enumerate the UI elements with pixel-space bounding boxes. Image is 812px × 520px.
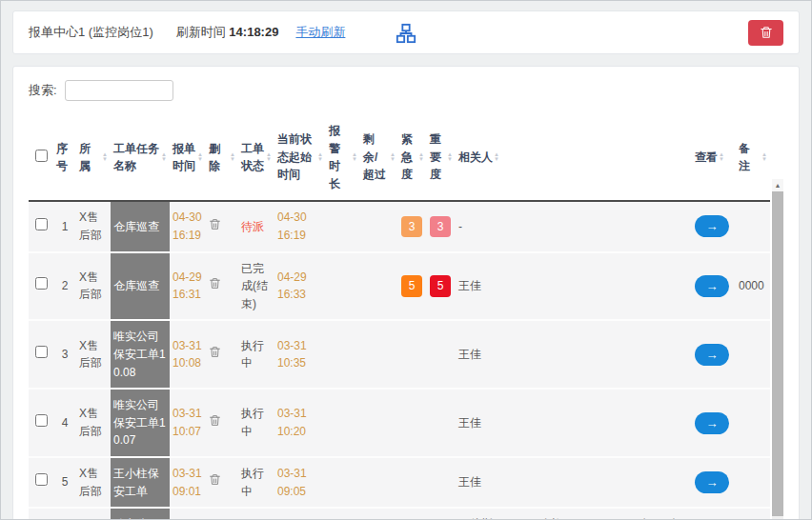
table-header-row: 序号所属▲▼工单任务名称▲▼报单时间▲▼删除▲▼工单状态▲▼当前状态起始时间▲▼… (29, 114, 770, 201)
delete-icon[interactable] (209, 414, 221, 432)
view-button[interactable]: → (695, 412, 729, 434)
sort-icon[interactable]: ▲▼ (352, 152, 357, 162)
manual-refresh-link[interactable]: 手动刷新 (295, 24, 345, 41)
cell-task: 唯实公司保安工单10.08 (111, 320, 170, 389)
table-row: 5X售后部王小柱保安工单03-31 09:01执行中03-31 09:05王佳→ (29, 457, 770, 508)
sitemap-icon[interactable] (396, 23, 416, 48)
col-label: 删除 (209, 140, 229, 175)
cell-select (29, 389, 53, 457)
delete-button[interactable] (748, 20, 783, 46)
cell-status_start: 03-31 10:35 (274, 320, 326, 389)
cell-dept: X售后部 (76, 201, 111, 251)
cell-report_time: 04-29 16:31 (170, 252, 206, 321)
status-text: 执行中 (241, 339, 264, 370)
scroll-up-icon[interactable]: ▲ (772, 179, 783, 191)
delete-icon[interactable] (209, 218, 221, 236)
cell-dept: X售后部 (76, 457, 111, 508)
cell-urgency (398, 320, 427, 389)
scrollbar-thumb[interactable] (772, 191, 783, 516)
cell-dept: X售后部 (76, 508, 111, 520)
cell-del (206, 457, 238, 508)
cell-del (206, 252, 238, 321)
col-header-remark[interactable]: 备注▲▼ (736, 114, 770, 201)
col-label: 报单时间 (173, 140, 196, 175)
search-input[interactable] (65, 80, 173, 101)
cell-overtime (360, 201, 398, 251)
col-header-overtime[interactable]: 剩余/超过▲▼ (360, 114, 398, 201)
col-header-task[interactable]: 工单任务名称▲▼ (111, 114, 170, 201)
row-checkbox[interactable] (35, 473, 48, 486)
cell-status: 执行中 (238, 457, 274, 508)
delete-icon[interactable] (209, 346, 221, 364)
refresh-time-value: 14:18:29 (229, 25, 278, 39)
col-header-alarm[interactable]: 报警时长▲▼ (326, 114, 360, 201)
col-header-status[interactable]: 工单状态▲▼ (238, 114, 274, 201)
sort-icon[interactable]: ▲▼ (761, 152, 767, 162)
delete-icon[interactable] (209, 277, 221, 295)
cell-related: 王佳 (456, 457, 692, 508)
row-checkbox[interactable] (35, 414, 48, 427)
sort-icon[interactable]: ▲▼ (719, 152, 724, 162)
cell-del (206, 320, 238, 389)
row-checkbox[interactable] (35, 218, 48, 230)
col-header-report_time[interactable]: 报单时间▲▼ (170, 114, 206, 201)
sort-icon[interactable]: ▲▼ (390, 152, 396, 162)
sort-icon[interactable]: ▲▼ (418, 152, 424, 162)
cell-report_time: 03-31 09:01 (170, 457, 206, 508)
cell-task: 仓库巡查 (111, 201, 170, 251)
delete-icon[interactable] (209, 473, 221, 491)
col-label: 工单状态 (241, 140, 265, 175)
cell-alarm (326, 201, 360, 251)
cell-seq: 5 (53, 457, 76, 508)
cell-importance (427, 508, 456, 520)
cell-importance (427, 457, 456, 508)
cell-remark (736, 389, 770, 457)
table-row: 6X售后部唯实公司保安工单08.4503-31 08:54待接受03-31 08… (29, 508, 770, 520)
col-header-status_start[interactable]: 当前状态起始时间▲▼ (274, 114, 326, 201)
col-header-select (29, 114, 53, 201)
cell-remark (736, 320, 770, 389)
cell-status: 执行中 (238, 320, 274, 389)
sort-icon[interactable]: ▲▼ (317, 152, 323, 162)
sort-icon[interactable]: ▲▼ (161, 152, 167, 162)
view-button[interactable]: → (695, 275, 729, 297)
cell-related: 王佳 (456, 389, 692, 457)
cell-view: → (692, 508, 736, 520)
search-label: 搜索: (29, 82, 57, 99)
status-text: 待派 (241, 220, 264, 233)
col-label: 序号 (56, 140, 73, 175)
cell-select (29, 201, 53, 251)
cell-remark: 0000 (736, 252, 770, 321)
col-header-del[interactable]: 删除▲▼ (206, 114, 238, 201)
cell-remark (736, 457, 770, 508)
cell-dept: X售后部 (76, 389, 111, 457)
cell-task: 唯实公司保安工单10.07 (111, 389, 170, 457)
table-row: 1X售后部仓库巡查04-30 16:19待派04-30 16:1933-→ (29, 201, 770, 251)
cell-report_time: 04-30 16:19 (170, 201, 206, 251)
view-button[interactable]: → (695, 471, 729, 493)
col-header-view[interactable]: 查看▲▼ (692, 114, 736, 201)
cell-seq: 2 (53, 252, 76, 321)
sort-icon[interactable]: ▲▼ (266, 152, 272, 162)
table-row: 2X售后部仓库巡查04-29 16:31已完成(结束)04-29 16:3355… (29, 252, 770, 321)
row-checkbox[interactable] (35, 346, 48, 358)
view-button[interactable]: → (695, 344, 729, 366)
sort-icon[interactable]: ▲▼ (230, 152, 235, 162)
select-all-checkbox[interactable] (35, 150, 48, 162)
cell-overtime (360, 389, 398, 457)
view-button[interactable]: → (695, 215, 729, 237)
col-header-urgency[interactable]: 紧急度▲▼ (398, 114, 427, 201)
cell-del (206, 508, 238, 520)
col-header-seq: 序号 (53, 114, 76, 201)
table-scrollbar[interactable]: ▲ (772, 179, 783, 520)
sort-icon[interactable]: ▲▼ (102, 152, 108, 162)
row-checkbox[interactable] (35, 277, 48, 290)
col-header-importance[interactable]: 重要度▲▼ (427, 114, 456, 201)
refresh-time: 刷新时间 14:18:29 (176, 24, 279, 41)
sort-icon[interactable]: ▲▼ (447, 152, 453, 162)
col-header-related[interactable]: 相关人▲▼ (456, 114, 692, 201)
sort-icon[interactable]: ▲▼ (197, 152, 203, 162)
cell-task: 仓库巡查 (111, 252, 170, 321)
sort-icon[interactable]: ▲▼ (494, 152, 499, 162)
col-header-dept[interactable]: 所属▲▼ (76, 114, 111, 201)
